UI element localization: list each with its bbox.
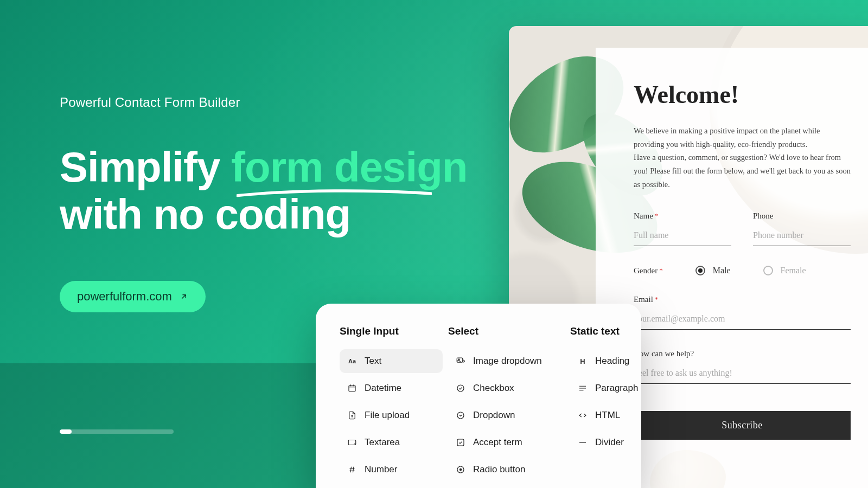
palette-item-label: File upload <box>365 410 410 421</box>
palette-item-datetime[interactable]: Datetime <box>340 376 443 400</box>
gender-female-label: Female <box>781 266 806 275</box>
palette-item-label: Divider <box>595 437 624 448</box>
radio-unselected-icon <box>763 266 773 275</box>
help-label: How can we help? <box>634 349 851 358</box>
form-title: Welcome! <box>634 80 851 109</box>
heading-icon: H <box>578 356 588 366</box>
palette-item-accept-term[interactable]: Accept term <box>448 431 565 454</box>
palette-item-label: Heading <box>595 356 629 367</box>
palette-item-label: Number <box>365 464 397 475</box>
subscribe-button[interactable]: Subscribe <box>634 411 851 440</box>
palette-item-file-upload[interactable]: File upload <box>340 403 443 427</box>
headline-highlight-text: form design <box>231 143 467 191</box>
palette-item-label: Text <box>365 356 381 367</box>
palette-item-label: Accept term <box>473 437 522 448</box>
svg-point-5 <box>457 412 464 419</box>
palette-col-select: Select Image dropdown Checkbox Dropdown … <box>448 325 565 488</box>
gender-label: Gender* <box>634 266 663 275</box>
carousel-progress-fill <box>60 429 72 434</box>
eyebrow-text: Powerful Contact Form Builder <box>60 95 467 110</box>
text-icon: Aa <box>347 356 357 366</box>
palette-item-textarea[interactable]: Textarea <box>340 431 443 454</box>
palette-item-label: Image dropdown <box>473 356 542 367</box>
form-intro-line2: Have a question, comment, or suggestion?… <box>634 153 851 188</box>
palette-item-image-dropdown[interactable]: Image dropdown <box>448 349 565 373</box>
number-icon <box>347 465 357 474</box>
carousel-progress[interactable] <box>60 429 174 434</box>
gender-male-label: Male <box>713 266 731 275</box>
palette-item-divider[interactable]: Divider <box>570 431 641 454</box>
gender-male-radio[interactable]: Male <box>695 266 731 275</box>
email-label: Email* <box>634 295 851 304</box>
svg-rect-0 <box>349 386 355 391</box>
checkbox-icon <box>456 383 465 393</box>
cta-label: powerfulform.com <box>77 290 172 304</box>
divider-icon <box>578 438 588 447</box>
paragraph-icon <box>578 383 588 393</box>
palette-heading: Static text <box>570 325 641 337</box>
palette-item-label: Checkbox <box>473 383 514 394</box>
palette-col-static-text: Static text H Heading Paragraph HTML Div… <box>570 325 641 488</box>
radio-selected-icon <box>695 266 705 275</box>
palette-item-heading[interactable]: H Heading <box>570 349 641 373</box>
palette-heading: Select <box>448 325 565 337</box>
palette-item-label: Datetime <box>365 383 401 394</box>
textarea-icon <box>347 438 357 447</box>
elements-palette: Single Input Aa Text Datetime File uploa… <box>316 304 641 488</box>
form-intro: We believe in making a positive impact o… <box>634 124 851 191</box>
arrow-up-right-icon <box>180 292 188 301</box>
calendar-icon <box>347 383 357 393</box>
palette-item-dropdown[interactable]: Dropdown <box>448 403 565 427</box>
palette-item-checkbox[interactable]: Checkbox <box>448 376 565 400</box>
accept-term-icon <box>456 438 465 447</box>
form-intro-line1: We believe in making a positive impact o… <box>634 126 820 149</box>
phone-input[interactable] <box>753 227 851 246</box>
file-upload-icon <box>347 410 357 420</box>
image-dropdown-icon <box>456 356 465 366</box>
palette-item-text[interactable]: Aa Text <box>340 349 443 373</box>
radio-icon <box>456 465 465 474</box>
svg-point-4 <box>457 385 464 391</box>
email-input[interactable] <box>634 311 851 330</box>
palette-col-single-input: Single Input Aa Text Datetime File uploa… <box>340 325 443 488</box>
palette-item-label: Radio button <box>473 464 525 475</box>
cta-button[interactable]: powerfulform.com <box>60 281 206 312</box>
help-input[interactable] <box>634 365 851 384</box>
phone-label: Phone <box>753 211 851 221</box>
palette-item-label: Textarea <box>365 437 400 448</box>
headline: Simplify form design with no coding <box>60 144 467 239</box>
gender-female-radio[interactable]: Female <box>763 266 806 275</box>
palette-item-label: HTML <box>595 410 620 421</box>
headline-pre: Simplify <box>60 143 231 191</box>
palette-heading: Single Input <box>340 325 443 337</box>
headline-highlight: form design <box>231 144 467 191</box>
svg-rect-6 <box>457 439 464 446</box>
name-label: Name* <box>634 211 731 221</box>
palette-item-label: Paragraph <box>595 383 638 394</box>
dropdown-icon <box>456 410 465 420</box>
svg-rect-2 <box>457 358 463 362</box>
underline-swoosh-icon <box>237 189 432 198</box>
hero-section: Powerful Contact Form Builder Simplify f… <box>60 95 467 312</box>
svg-point-8 <box>459 468 462 471</box>
palette-item-radio-button[interactable]: Radio button <box>448 458 565 481</box>
html-icon <box>578 410 588 420</box>
name-input[interactable] <box>634 227 731 246</box>
palette-item-html[interactable]: HTML <box>570 403 641 427</box>
palette-item-paragraph[interactable]: Paragraph <box>570 376 641 400</box>
palette-item-label: Dropdown <box>473 410 515 421</box>
palette-item-number[interactable]: Number <box>340 458 443 481</box>
